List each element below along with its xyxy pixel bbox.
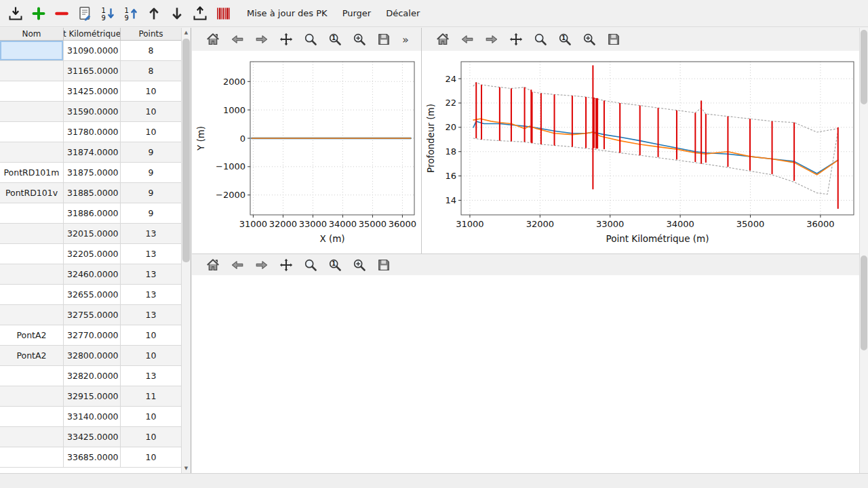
cell-pk[interactable]: 33140.0000 [64,407,121,427]
zoom-icon[interactable] [530,29,551,49]
cell-pts[interactable]: 9 [121,203,181,224]
cell-pk[interactable]: 31090.0000 [64,41,121,61]
profile-plot-canvas[interactable]: 3100032000330003400035000360001416182022… [423,51,861,251]
cell-pts[interactable]: 10 [121,447,181,468]
zoom-sel-icon[interactable] [579,29,599,49]
action-purger[interactable]: Purger [338,5,376,21]
cell-nom[interactable] [0,81,64,102]
cell-pts[interactable]: 10 [121,346,181,366]
cell-pts[interactable]: 8 [121,61,181,81]
pan-icon[interactable] [276,255,296,275]
zoom-sel-icon[interactable] [349,29,370,49]
cell-nom[interactable]: PontRD101m [0,163,64,183]
cell-pk[interactable]: 32205.0000 [64,244,121,264]
up-icon[interactable] [144,3,164,24]
forward-icon[interactable] [252,255,272,275]
cell-pk[interactable]: 32820.0000 [64,366,121,386]
cell-pk[interactable]: 31165.0000 [64,61,121,81]
zoom-sel-icon[interactable] [349,255,370,275]
add-icon[interactable] [28,3,49,24]
save-icon[interactable] [374,255,394,275]
cell-nom[interactable] [0,264,64,285]
cell-pts[interactable]: 13 [121,264,181,285]
cell-pts[interactable]: 10 [121,122,181,142]
cell-pk[interactable]: 31590.0000 [64,102,121,122]
cell-pk[interactable]: 32015.0000 [64,224,121,244]
xy-plot-canvas[interactable]: 310003200033000340003500036000−2000−1000… [193,51,420,251]
cell-pk[interactable]: 31874.0000 [64,142,121,163]
table-scrollbar[interactable]: ▲ ▼ [181,28,191,473]
cell-nom[interactable] [0,122,64,142]
scrollbar-thumb[interactable] [182,39,190,262]
zoom-1-icon[interactable] [325,255,345,275]
pan-icon[interactable] [276,29,296,49]
cell-pk[interactable]: 32460.0000 [64,264,121,285]
column-header-points[interactable]: Points [121,28,181,40]
cell-nom[interactable] [0,142,64,163]
bottom-panel-scrollbar[interactable] [859,253,868,473]
cell-pts[interactable]: 10 [121,427,181,447]
barcode-icon[interactable] [213,3,233,24]
save-icon[interactable] [604,29,624,49]
scrollbar-thumb[interactable] [861,30,867,104]
sort-desc-icon[interactable] [98,3,118,24]
remove-icon[interactable] [52,3,72,24]
cell-pk[interactable]: 32915.0000 [64,386,121,407]
edit-icon[interactable] [75,3,95,24]
down-icon[interactable] [167,3,187,24]
cell-pk[interactable]: 33685.0000 [64,447,121,468]
action-decaler[interactable]: Décaler [382,5,424,21]
home-icon[interactable] [203,29,223,49]
column-header-nom[interactable]: Nom [0,28,64,40]
column-header-pk[interactable]: t Kilométrique [64,28,121,40]
save-icon[interactable] [374,29,394,49]
cell-pk[interactable]: 31885.0000 [64,183,121,203]
action-mise-a-jour-des-pk[interactable]: Mise à jour des PK [243,5,332,21]
cell-nom[interactable] [0,407,64,427]
export-icon[interactable] [190,3,210,24]
cell-pk[interactable]: 31875.0000 [64,163,121,183]
cell-pts[interactable]: 8 [121,41,181,61]
cell-pts[interactable]: 11 [121,386,181,407]
cell-nom[interactable] [0,285,64,305]
cell-pts[interactable]: 13 [121,305,181,325]
cell-pk[interactable]: 31780.0000 [64,122,121,142]
zoom-1-icon[interactable] [325,29,345,49]
cell-pts[interactable]: 9 [121,142,181,163]
pan-icon[interactable] [506,29,526,49]
back-icon[interactable] [457,29,477,49]
scroll-up-arrow-icon[interactable]: ▲ [182,28,191,37]
zoom-icon[interactable] [300,29,321,49]
cell-pk[interactable]: 32755.0000 [64,305,121,325]
cell-nom[interactable] [0,386,64,407]
cell-nom[interactable] [0,61,64,81]
cell-pts[interactable]: 13 [121,224,181,244]
cell-nom[interactable] [0,427,64,447]
home-icon[interactable] [203,255,223,275]
forward-icon[interactable] [481,29,502,49]
cell-pk[interactable]: 32800.0000 [64,346,121,366]
cell-nom[interactable] [0,102,64,122]
forward-icon[interactable] [252,29,272,49]
cell-nom[interactable] [0,41,64,61]
cell-pts[interactable]: 10 [121,102,181,122]
toolbar-overflow-chevron[interactable]: » [399,33,412,46]
cell-nom[interactable]: PontA2 [0,325,64,346]
cell-pk[interactable]: 32655.0000 [64,285,121,305]
back-icon[interactable] [227,255,248,275]
cell-nom[interactable]: PontRD101v [0,183,64,203]
cell-pts[interactable]: 13 [121,244,181,264]
cell-nom[interactable] [0,203,64,224]
cell-pts[interactable]: 10 [121,325,181,346]
cell-pts[interactable]: 10 [121,81,181,102]
cell-nom[interactable] [0,224,64,244]
cell-nom[interactable] [0,447,64,468]
zoom-1-icon[interactable] [555,29,575,49]
cell-pk[interactable]: 32770.0000 [64,325,121,346]
cell-pk[interactable]: 31425.0000 [64,81,121,102]
cell-pk[interactable]: 31886.0000 [64,203,121,224]
zoom-icon[interactable] [300,255,321,275]
cell-pts[interactable]: 13 [121,366,181,386]
cell-pk[interactable]: 33425.0000 [64,427,121,447]
cell-pts[interactable]: 13 [121,285,181,305]
